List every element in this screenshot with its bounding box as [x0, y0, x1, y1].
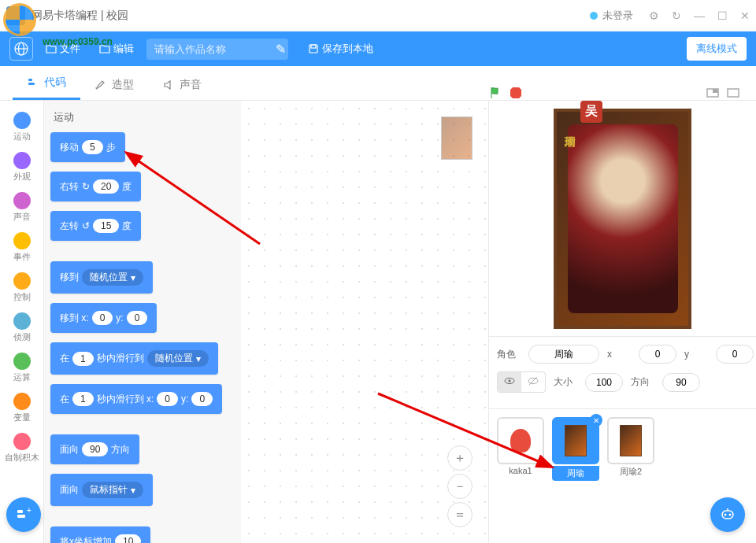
category-sensing[interactable]: 侦测: [0, 308, 43, 348]
edit-menu[interactable]: 编辑: [93, 39, 140, 59]
script-area[interactable]: ＋ － ＝: [241, 101, 488, 543]
svg-point-12: [509, 380, 511, 382]
category-motion[interactable]: 运动: [0, 107, 43, 147]
sprite-item-kaka1[interactable]: kaka1: [497, 417, 544, 481]
category-variables[interactable]: 变量: [0, 388, 43, 428]
sprite-name-input[interactable]: [528, 345, 599, 364]
window-controls: ⚙ ↻ — ☐ ✕: [649, 9, 750, 22]
minimize-icon[interactable]: —: [694, 9, 705, 22]
blocks-plus-icon: +: [16, 507, 32, 523]
tab-sounds-label: 声音: [180, 78, 202, 92]
eye-icon: [504, 375, 515, 386]
workspace-sprite-preview: [441, 116, 472, 160]
stop-icon[interactable]: [509, 86, 523, 100]
y-input[interactable]: [716, 345, 754, 364]
brush-icon: [94, 79, 107, 91]
glide-dropdown[interactable]: 随机位置 ▾: [147, 350, 209, 367]
hide-button[interactable]: [521, 372, 545, 392]
stage-preview: 吴 周瑜: [489, 101, 756, 337]
block-goto-xy[interactable]: 移到 x: 0 y: 0: [50, 303, 157, 333]
zoom-reset-button[interactable]: ＝: [447, 502, 472, 527]
large-stage-icon[interactable]: [726, 86, 740, 100]
zoom-controls: ＋ － ＝: [447, 445, 472, 527]
tab-sounds[interactable]: 声音: [148, 70, 216, 100]
direction-input[interactable]: [662, 373, 700, 392]
size-input[interactable]: [585, 373, 623, 392]
green-flag-icon[interactable]: [488, 86, 502, 100]
app-title: 网易卡塔编程 | 校园: [32, 9, 128, 23]
ai-chat-button[interactable]: [710, 497, 745, 532]
block-point-direction[interactable]: 面向 90 方向: [50, 434, 139, 464]
menubar: 文件 编辑 ✎ 保存到本地 离线模式: [0, 31, 756, 66]
right-panel: 吴 周瑜 角色 x y: [488, 101, 756, 543]
block-change-x[interactable]: 将x坐标增加 10: [50, 526, 150, 543]
svg-rect-18: [722, 511, 733, 519]
tab-costumes-label: 造型: [112, 78, 134, 92]
stage-sprite-card[interactable]: 吴 周瑜: [554, 109, 691, 329]
folder-icon: [99, 43, 110, 54]
kaka-icon: [510, 429, 531, 452]
svg-rect-4: [311, 45, 316, 48]
settings-icon[interactable]: ⚙: [649, 9, 659, 22]
save-local-label: 保存到本地: [322, 42, 373, 56]
x-input[interactable]: [639, 345, 676, 364]
sprite-item-zhouyu[interactable]: ✕ 周瑜: [552, 417, 599, 481]
language-button[interactable]: [9, 37, 33, 61]
svg-rect-16: [17, 515, 25, 518]
block-turn-right[interactable]: 右转 ↻ 20 度: [50, 172, 141, 201]
turn-left-icon: ↺: [82, 220, 90, 231]
save-icon: [308, 43, 319, 54]
main-area: 运动 外观 声音 事件 控制 侦测 运算 变量 自制积木 运动 移动 5 步 右…: [0, 101, 756, 543]
show-button[interactable]: [498, 372, 521, 392]
goto-dropdown[interactable]: 随机位置 ▾: [82, 269, 143, 286]
category-looks[interactable]: 外观: [0, 147, 43, 187]
close-icon[interactable]: ✕: [740, 9, 750, 22]
maximize-icon[interactable]: ☐: [717, 9, 728, 22]
block-move-steps[interactable]: 移动 5 步: [50, 132, 125, 162]
code-icon: [27, 76, 39, 89]
block-palette: 运动 移动 5 步 右转 ↻ 20 度 左转 ↺ 15 度 移到 随机位置 ▾ …: [44, 101, 241, 543]
size-label: 大小: [554, 375, 577, 389]
svg-point-20: [729, 514, 732, 516]
block-glide-to[interactable]: 在 1 秒内滑行到 随机位置 ▾: [50, 342, 218, 375]
extension-button[interactable]: +: [6, 497, 41, 532]
small-stage-icon[interactable]: [706, 86, 720, 100]
sprite-item-zhouyu2[interactable]: 周瑜2: [607, 417, 654, 481]
category-sound[interactable]: 声音: [0, 187, 43, 227]
save-local-button[interactable]: 保存到本地: [308, 42, 373, 56]
dir-label: 方向: [631, 375, 654, 389]
offline-mode-button[interactable]: 离线模式: [687, 37, 747, 61]
block-point-towards[interactable]: 面向 鼠标指针 ▾: [50, 474, 153, 506]
zoom-out-button[interactable]: －: [447, 474, 472, 499]
zoom-in-button[interactable]: ＋: [447, 445, 472, 471]
tab-costumes[interactable]: 造型: [80, 70, 148, 100]
delete-sprite-button[interactable]: ✕: [590, 414, 602, 427]
point-to-dropdown[interactable]: 鼠标指针 ▾: [82, 482, 143, 498]
category-control[interactable]: 控制: [0, 268, 43, 308]
category-myblocks[interactable]: 自制积木: [0, 428, 43, 468]
sprite-info-panel: 角色 x y 大小 方向: [489, 337, 756, 409]
edit-name-icon[interactable]: ✎: [276, 42, 286, 57]
file-menu[interactable]: 文件: [39, 39, 87, 59]
tab-code[interactable]: 代码: [13, 68, 80, 100]
turn-right-icon: ↻: [82, 181, 90, 192]
svg-rect-9: [713, 89, 718, 93]
svg-text:+: +: [27, 507, 32, 515]
block-glide-xy[interactable]: 在 1 秒内滑行到 x: 0 y: 0: [50, 384, 222, 414]
eye-off-icon: [528, 375, 539, 386]
svg-point-19: [724, 514, 727, 516]
project-name-input[interactable]: [146, 39, 288, 60]
role-label: 角色: [497, 348, 521, 361]
user-status-text: 未登录: [602, 9, 633, 23]
visibility-toggle: [497, 371, 546, 393]
category-events[interactable]: 事件: [0, 227, 43, 268]
user-status[interactable]: 未登录: [590, 9, 633, 23]
titlebar: 网易卡塔编程 | 校园 未登录 ⚙ ↻ — ☐ ✕: [0, 0, 756, 31]
block-turn-left[interactable]: 左转 ↺ 15 度: [50, 211, 141, 241]
refresh-icon[interactable]: ↻: [672, 9, 681, 22]
svg-rect-10: [728, 89, 739, 97]
svg-rect-6: [28, 83, 35, 85]
block-goto[interactable]: 移到 随机位置 ▾: [50, 261, 153, 294]
category-operators[interactable]: 运算: [0, 348, 43, 388]
card-badge: 吴: [580, 101, 602, 123]
